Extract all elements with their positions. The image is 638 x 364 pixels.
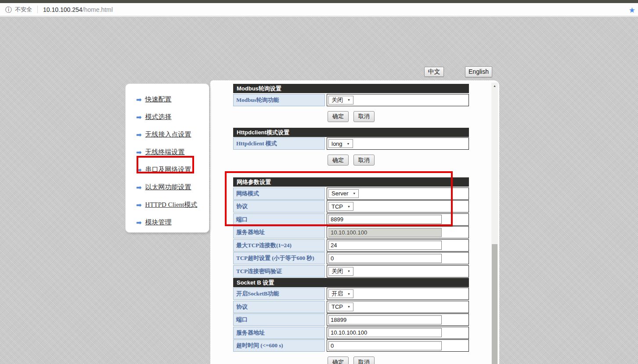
field-row-server-address: 服务器地址 [233,226,469,238]
chinese-language-button[interactable]: 中文 [424,67,444,77]
sidebar-item-quick-config[interactable]: ➡快速配置 [126,90,209,108]
protocol-value-cell: TCP▼ [327,200,469,213]
browser-tab-strip [0,0,638,3]
scrollbar-thumb[interactable] [492,244,497,364]
page-background: 中文 English ➡快速配置➡模式选择➡无线接入点设置➡无线终端设置➡串口及… [0,17,638,364]
network-mode-selected-option: Server [332,190,348,197]
settings-sections: Modbus轮询设置Modbus轮询功能关闭▼确定取消Httpdclient模式… [233,84,469,364]
httpdclient-mode-selected-option: long [332,141,342,147]
section-header-modbus: Modbus轮询设置 [233,84,469,93]
socketb-enable-label: 开启SocketB功能 [233,288,325,300]
sidebar-item-label: HTTPD Client模式 [145,201,198,209]
port-input[interactable] [328,215,442,224]
field-row-socketb-timeout: 超时时间 (<=600 s) [233,339,469,352]
english-language-button[interactable]: English [465,66,492,77]
field-row-socketb-enable: 开启SocketB功能开启▼ [233,288,469,300]
content-scrollbar[interactable]: ▲ ▼ [491,83,498,364]
scroll-up-button[interactable]: ▲ [491,83,498,90]
button-row-modbus: 确定取消 [233,111,469,122]
dropdown-caret-icon: ▼ [347,142,350,145]
protocol-select[interactable]: TCP▼ [328,202,353,211]
httpdclient-confirm-button[interactable]: 确定 [328,155,349,166]
section-modbus: Modbus轮询设置Modbus轮询功能关闭▼ [233,84,469,106]
tcp-timeout-value-cell [327,252,469,264]
modbus-poll-function-label: Modbus轮询功能 [233,94,325,106]
field-row-protocol: 协议TCP▼ [233,200,469,213]
port-value-cell [327,213,469,226]
sidebar-item-module-management[interactable]: ➡模块管理 [126,213,209,231]
max-tcp-connections-label: 最大TCP连接数(1~24) [233,239,325,252]
section-socket-b: Socket B 设置开启SocketB功能开启▼协议TCP▼端口服务器地址超时… [233,278,469,352]
field-row-socketb-server-address: 服务器地址 [233,327,469,339]
network-mode-label: 网络模式 [233,187,325,200]
sidebar-item-ethernet-settings[interactable]: ➡以太网功能设置 [126,178,209,196]
sidebar-item-label: 无线接入点设置 [145,130,191,139]
sidebar-item-serial-network-settings[interactable]: ➡串口及网络设置 [126,161,209,178]
socketb-timeout-input[interactable] [328,341,442,350]
sidebar-menu: ➡快速配置➡模式选择➡无线接入点设置➡无线终端设置➡串口及网络设置➡以太网功能设… [126,90,209,231]
max-tcp-connections-input[interactable] [328,241,442,250]
socket-b-cancel-button[interactable]: 取消 [353,357,375,364]
socketb-enable-value-cell: 开启▼ [327,288,469,300]
sidebar-item-mode-select[interactable]: ➡模式选择 [126,108,209,126]
button-row-httpdclient: 确定取消 [233,155,469,166]
tcp-password-auth-select[interactable]: 关闭▼ [328,267,353,276]
browser-address-bar[interactable]: ⓘ 不安全 10.10.100.254 /home.html ★ [0,3,638,16]
menu-arrow-icon: ➡ [136,96,142,103]
sidebar-item-wireless-sta-settings[interactable]: ➡无线终端设置 [126,143,209,161]
modbus-poll-function-value-cell: 关闭▼ [327,94,469,106]
socketb-port-value-cell [327,314,469,326]
socketb-port-input[interactable] [328,315,442,324]
tcp-timeout-input[interactable] [328,254,442,263]
tcp-timeout-label: TCP超时设置 (小于等于600 秒) [233,252,325,264]
httpdclient-mode-select[interactable]: long▼ [328,139,353,148]
bookmark-star-icon[interactable]: ★ [629,6,635,15]
dropdown-caret-icon: ▼ [347,292,350,296]
sidebar-item-wireless-ap-settings[interactable]: ➡无线接入点设置 [126,126,209,143]
socketb-server-address-input[interactable] [328,328,442,337]
sidebar-item-label: 以太网功能设置 [145,183,191,191]
field-row-tcp-timeout: TCP超时设置 (小于等于600 秒) [233,252,469,264]
sidebar-item-label: 模块管理 [145,218,172,227]
socket-b-confirm-button[interactable]: 确定 [328,357,349,364]
protocol-selected-option: TCP [332,203,343,210]
dropdown-caret-icon: ▼ [347,305,350,308]
sidebar-item-label: 无线终端设置 [145,148,185,156]
server-address-input [328,228,442,237]
menu-arrow-icon: ➡ [136,131,142,138]
socketb-protocol-value-cell: TCP▼ [327,301,469,313]
tcp-password-auth-value-cell: 关闭▼ [327,265,469,278]
info-icon[interactable]: ⓘ [5,6,12,13]
modbus-poll-function-select[interactable]: 关闭▼ [328,96,353,105]
socketb-timeout-value-cell [327,339,469,352]
menu-arrow-icon: ➡ [136,166,142,173]
menu-arrow-icon: ➡ [136,149,142,155]
sidebar-panel: ➡快速配置➡模式选择➡无线接入点设置➡无线终端设置➡串口及网络设置➡以太网功能设… [125,83,209,233]
tcp-password-auth-selected-option: 关闭 [332,267,343,275]
field-row-max-tcp-connections: 最大TCP连接数(1~24) [233,239,469,252]
menu-arrow-icon: ➡ [136,219,142,226]
url-host: 10.10.100.254 [43,6,83,13]
dropdown-caret-icon: ▼ [347,98,350,101]
url-path: /home.html [83,6,113,13]
server-address-label: 服务器地址 [233,226,325,238]
tcp-password-auth-label: TCP连接密码验证 [233,265,325,278]
menu-arrow-icon: ➡ [136,114,142,120]
httpdclient-cancel-button[interactable]: 取消 [353,155,375,166]
socketb-protocol-select[interactable]: TCP▼ [328,303,353,311]
modbus-cancel-button[interactable]: 取消 [353,111,375,122]
button-row-socket-b: 确定取消 [233,357,469,364]
socketb-server-address-value-cell [327,327,469,339]
network-mode-select[interactable]: Server▼ [328,189,359,198]
field-row-network-mode: 网络模式Server▼ [233,187,469,200]
socketb-enable-select[interactable]: 开启▼ [328,289,353,298]
field-row-modbus-poll-function: Modbus轮询功能关闭▼ [233,94,469,106]
dropdown-caret-icon: ▼ [347,270,350,273]
socketb-protocol-selected-option: TCP [332,303,343,310]
sidebar-item-httpd-client-mode[interactable]: ➡HTTPD Client模式 [126,196,209,213]
modbus-confirm-button[interactable]: 确定 [328,111,349,122]
address-bar-divider [37,6,38,13]
dropdown-caret-icon: ▼ [353,192,356,195]
socketb-enable-selected-option: 开启 [332,290,343,298]
menu-arrow-icon: ➡ [136,202,142,208]
